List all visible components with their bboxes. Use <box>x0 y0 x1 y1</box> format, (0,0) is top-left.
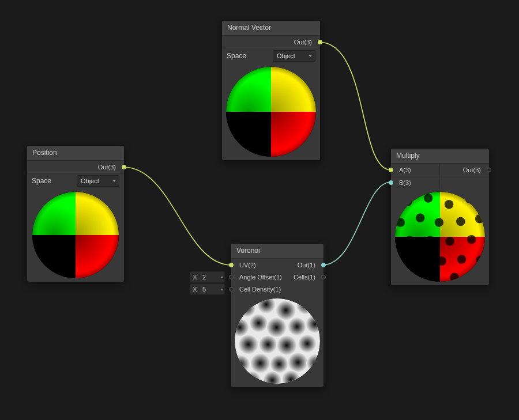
node-position[interactable]: Position Out(3) Space Object <box>27 146 124 282</box>
svg-point-24 <box>258 335 277 354</box>
svg-rect-11 <box>226 67 316 157</box>
svg-point-26 <box>298 334 317 353</box>
node-multiply[interactable]: Multiply A(3) Out(3) B(3) <box>391 149 489 285</box>
float-prefix-angle: X <box>190 274 200 281</box>
label-voronoi-cells: Cells(1) <box>294 274 324 281</box>
svg-point-30 <box>288 352 309 373</box>
label-multiply-b: B(3) <box>391 179 411 186</box>
port-voronoi-uv[interactable] <box>229 263 234 267</box>
node-multiply-header[interactable]: Multiply <box>391 149 489 163</box>
preview-position-sphere <box>32 192 119 278</box>
cell-multiply-empty <box>440 176 489 188</box>
node-voronoi[interactable]: Voronoi UV(2) Out(1) Angle Offset(1) Cel… <box>231 244 324 387</box>
node-normal[interactable]: Normal Vector Out(3) Space Object <box>222 21 320 160</box>
node-normal-space-label: Space <box>227 52 246 60</box>
port-voronoi-out[interactable] <box>321 263 326 267</box>
node-position-out-row: Out(3) <box>27 160 124 173</box>
cell-multiply-out: Out(3) <box>440 163 489 176</box>
svg-point-29 <box>270 355 289 374</box>
port-voronoi-cells[interactable] <box>321 275 326 279</box>
port-normal-out[interactable] <box>318 40 322 44</box>
dropdown-normal-space[interactable]: Object <box>273 50 315 62</box>
float-value-angle[interactable]: 2 <box>200 274 219 281</box>
float-value-density[interactable]: 5 <box>200 286 219 293</box>
node-normal-header[interactable]: Normal Vector <box>222 21 320 35</box>
node-multiply-io: A(3) Out(3) B(3) <box>391 163 489 188</box>
node-position-out-label: Out(3) <box>98 164 124 171</box>
label-multiply-out: Out(3) <box>463 167 489 173</box>
node-position-space-row: Space Object <box>27 173 124 188</box>
node-voronoi-row3: Cell Density(1) <box>231 283 324 295</box>
node-normal-out-row: Out(3) <box>222 35 320 48</box>
node-voronoi-title: Voronoi <box>236 247 260 255</box>
svg-point-19 <box>249 314 268 333</box>
node-normal-preview <box>222 63 320 160</box>
node-position-title: Position <box>32 149 57 157</box>
wire-normal-to-multiply <box>319 42 391 170</box>
preview-voronoi <box>235 298 320 384</box>
node-voronoi-row1: UV(2) Out(1) <box>231 258 324 271</box>
wire-position-to-voronoi <box>123 167 231 265</box>
preview-multiply <box>395 192 485 282</box>
svg-point-21 <box>288 317 307 336</box>
label-voronoi-angle: Angle Offset(1) <box>231 274 282 281</box>
label-voronoi-out: Out(1) <box>298 262 324 268</box>
label-voronoi-density: Cell Density(1) <box>231 286 281 293</box>
port-position-out[interactable] <box>122 165 126 169</box>
node-position-space-label: Space <box>32 177 51 185</box>
svg-point-28 <box>250 353 271 374</box>
port-multiply-a[interactable] <box>389 168 393 172</box>
node-position-preview <box>27 188 124 282</box>
wire-voronoi-to-multiply <box>322 182 391 265</box>
float-input-angle[interactable]: X 2 •• <box>190 271 225 283</box>
cell-multiply-b: B(3) <box>391 176 440 188</box>
port-multiply-out[interactable] <box>487 168 491 172</box>
node-voronoi-header[interactable]: Voronoi <box>231 244 324 258</box>
dropdown-position-space[interactable]: Object <box>77 175 119 187</box>
svg-point-25 <box>277 335 298 356</box>
svg-rect-5 <box>32 192 119 278</box>
node-normal-out-label: Out(3) <box>294 39 320 46</box>
label-multiply-a: A(3) <box>391 167 411 173</box>
svg-point-62 <box>469 274 479 282</box>
preview-normal-sphere <box>226 67 316 157</box>
port-multiply-b[interactable] <box>389 180 393 185</box>
svg-point-20 <box>266 317 287 338</box>
svg-point-14 <box>237 298 256 317</box>
node-multiply-preview <box>391 188 489 285</box>
node-normal-space-row: Space Object <box>222 48 320 63</box>
node-position-header[interactable]: Position <box>27 146 124 160</box>
label-voronoi-uv: UV(2) <box>231 262 256 268</box>
port-voronoi-density[interactable] <box>229 287 234 292</box>
node-multiply-title: Multiply <box>396 152 420 160</box>
float-prefix-density: X <box>190 286 200 293</box>
port-voronoi-angle[interactable] <box>229 275 234 279</box>
drag-handle-icon[interactable]: •• <box>219 274 224 281</box>
node-voronoi-preview <box>231 295 324 387</box>
node-normal-title: Normal Vector <box>227 24 271 32</box>
drag-handle-icon[interactable]: •• <box>219 286 224 293</box>
node-voronoi-row2: Angle Offset(1) Cells(1) <box>231 271 324 283</box>
cell-multiply-a: A(3) <box>391 163 440 176</box>
svg-rect-63 <box>395 192 485 282</box>
float-input-density[interactable]: X 5 •• <box>190 283 225 295</box>
svg-point-23 <box>238 334 259 355</box>
